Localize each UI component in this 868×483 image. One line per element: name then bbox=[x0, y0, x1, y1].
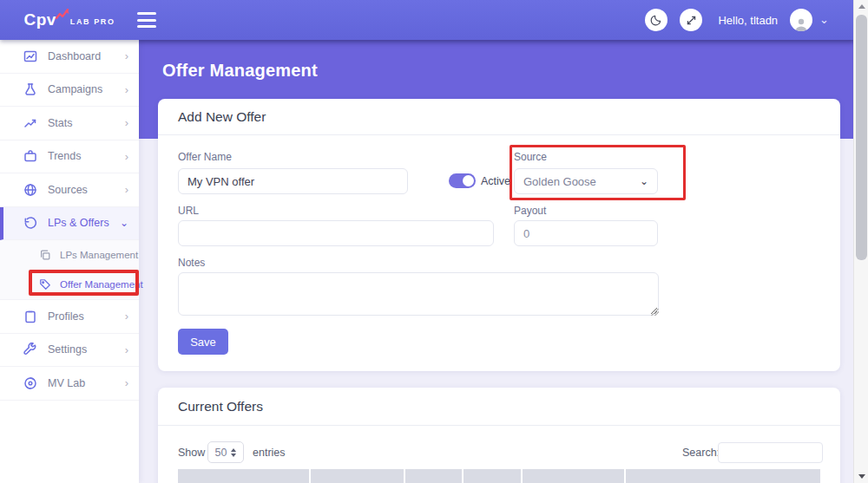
wrench-icon bbox=[23, 343, 37, 356]
fullscreen-button[interactable] bbox=[680, 9, 702, 31]
table-header-cell[interactable] bbox=[523, 469, 624, 483]
add-offer-card: Add New Offer Offer Name Active Source G… bbox=[158, 99, 840, 371]
avatar[interactable] bbox=[790, 9, 812, 31]
table-header-cell[interactable] bbox=[178, 469, 309, 483]
search-label: Search: bbox=[682, 447, 720, 459]
sidebar-item-dashboard[interactable]: Dashboard › bbox=[0, 40, 139, 74]
topbar: Cpv LAB PRO Hello, tltadn ⌄ bbox=[0, 0, 853, 40]
page-size-value: 50 bbox=[215, 447, 227, 459]
save-button[interactable]: Save bbox=[178, 329, 228, 355]
chevron-down-icon: ⌄ bbox=[640, 175, 648, 187]
toggle-knob bbox=[463, 175, 474, 186]
topbar-controls: Hello, tltadn ⌄ bbox=[645, 0, 829, 40]
history-icon bbox=[23, 216, 37, 230]
sidebar-item-settings[interactable]: Settings › bbox=[0, 334, 139, 368]
chevron-right-icon: › bbox=[125, 49, 128, 62]
scrollbar-thumb[interactable] bbox=[856, 15, 867, 260]
globe-icon bbox=[23, 183, 37, 197]
expand-icon bbox=[686, 15, 697, 26]
add-offer-card-title: Add New Offer bbox=[158, 99, 840, 135]
offer-name-label: Offer Name bbox=[178, 151, 232, 163]
chevron-right-icon: › bbox=[125, 310, 128, 323]
scrollbar[interactable] bbox=[853, 0, 868, 483]
briefcase-icon bbox=[23, 149, 37, 163]
sidebar-item-lps-offers[interactable]: LPs & Offers ⌄ bbox=[0, 207, 139, 241]
chevron-right-icon: › bbox=[125, 83, 128, 96]
chart-line-icon bbox=[23, 49, 37, 63]
flask-icon bbox=[23, 82, 37, 96]
stats-icon bbox=[23, 116, 37, 130]
logo-arrow-icon bbox=[56, 8, 69, 23]
table-header-cell[interactable] bbox=[626, 469, 820, 483]
dark-mode-button[interactable] bbox=[645, 9, 667, 31]
url-label: URL bbox=[178, 205, 199, 217]
user-greeting: Hello, tltadn bbox=[718, 14, 778, 27]
page-title: Offer Management bbox=[162, 61, 318, 81]
notes-label: Notes bbox=[178, 257, 205, 269]
url-input[interactable] bbox=[178, 220, 494, 246]
logo-suffix-text: LAB PRO bbox=[70, 17, 115, 26]
source-label: Source bbox=[514, 151, 547, 163]
sidebar-item-mv-lab[interactable]: MV Lab › bbox=[0, 367, 139, 401]
sidebar-item-campaigns[interactable]: Campaigns › bbox=[0, 74, 139, 108]
current-offers-card-title: Current Offers bbox=[158, 388, 840, 426]
current-offers-card: Current Offers Show 50 entries Search: bbox=[158, 388, 840, 483]
scrollbar-down-arrow[interactable] bbox=[854, 470, 868, 483]
active-label: Active bbox=[481, 175, 510, 187]
table-controls: Show 50 entries Search: bbox=[178, 441, 820, 464]
table-header-cell[interactable] bbox=[311, 469, 404, 483]
source-select[interactable]: Golden Goose ⌄ bbox=[514, 168, 658, 194]
sidebar-item-sources[interactable]: Sources › bbox=[0, 173, 139, 207]
sidebar-subitem-offer-management[interactable]: Offer Management bbox=[0, 270, 139, 299]
tag-icon bbox=[39, 278, 51, 290]
chevron-right-icon: › bbox=[125, 116, 128, 129]
notes-textarea[interactable] bbox=[178, 272, 659, 316]
source-select-value: Golden Goose bbox=[523, 175, 596, 188]
chevron-right-icon: › bbox=[125, 376, 128, 389]
offer-name-input[interactable] bbox=[178, 168, 408, 194]
sidebar-item-profiles[interactable]: Profiles › bbox=[0, 300, 139, 334]
chevron-down-icon: ⌄ bbox=[120, 217, 128, 229]
lps-offers-submenu: LPs Management Offer Management bbox=[0, 240, 139, 300]
search-input[interactable] bbox=[718, 442, 823, 463]
sidebar-item-trends[interactable]: Trends › bbox=[0, 140, 139, 174]
person-icon bbox=[793, 16, 809, 31]
chevron-right-icon: › bbox=[125, 343, 128, 356]
payout-label: Payout bbox=[514, 205, 546, 217]
sidebar-subitem-lps-management[interactable]: LPs Management bbox=[0, 240, 139, 270]
table-header-cell[interactable] bbox=[405, 469, 462, 483]
offers-table-header bbox=[178, 469, 820, 483]
show-label: Show bbox=[178, 447, 205, 459]
menu-toggle-button[interactable] bbox=[137, 12, 156, 28]
table-header-cell[interactable] bbox=[464, 469, 521, 483]
page-size-select[interactable]: 50 bbox=[207, 441, 244, 463]
app-logo[interactable]: Cpv LAB PRO bbox=[0, 0, 139, 40]
active-toggle[interactable] bbox=[449, 173, 476, 188]
copy-icon bbox=[39, 249, 51, 261]
chevron-right-icon: › bbox=[125, 150, 128, 163]
scrollbar-up-arrow[interactable] bbox=[854, 0, 868, 13]
payout-input[interactable] bbox=[514, 220, 658, 246]
entries-label: entries bbox=[253, 447, 286, 459]
moon-icon bbox=[650, 14, 662, 26]
user-menu-chevron-icon[interactable]: ⌄ bbox=[819, 16, 829, 24]
clipboard-icon bbox=[23, 310, 37, 323]
sidebar-item-stats[interactable]: Stats › bbox=[0, 107, 139, 140]
spinner-arrows-icon bbox=[231, 448, 236, 457]
disc-icon bbox=[23, 376, 37, 390]
sidebar: Dashboard › Campaigns › Stats › Trends ›… bbox=[0, 40, 139, 483]
chevron-right-icon: › bbox=[125, 183, 128, 196]
logo-brand-text: Cpv bbox=[23, 10, 56, 29]
